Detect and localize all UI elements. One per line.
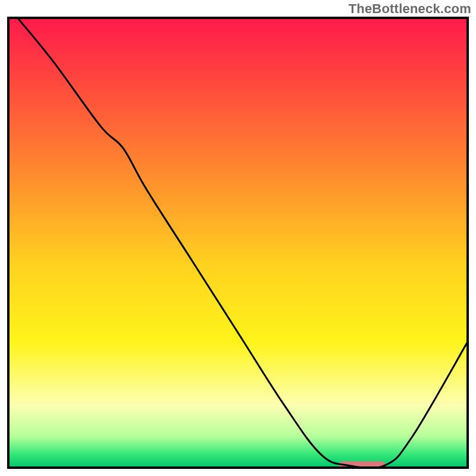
gradient-background (8, 18, 468, 468)
bottleneck-chart (0, 0, 476, 476)
watermark-text: TheBottleneck.com (349, 1, 471, 17)
chart-container: TheBottleneck.com (0, 0, 476, 476)
